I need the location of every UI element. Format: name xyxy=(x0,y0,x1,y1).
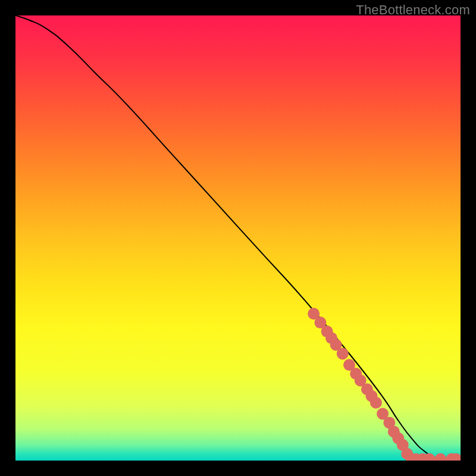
plot-area xyxy=(15,15,461,461)
chart-frame: TheBottleneck.com xyxy=(0,0,476,476)
gradient-background xyxy=(15,15,461,461)
data-marker xyxy=(337,348,349,360)
watermark-text: TheBottleneck.com xyxy=(356,2,470,18)
data-marker xyxy=(370,397,382,409)
chart-svg xyxy=(15,15,461,461)
